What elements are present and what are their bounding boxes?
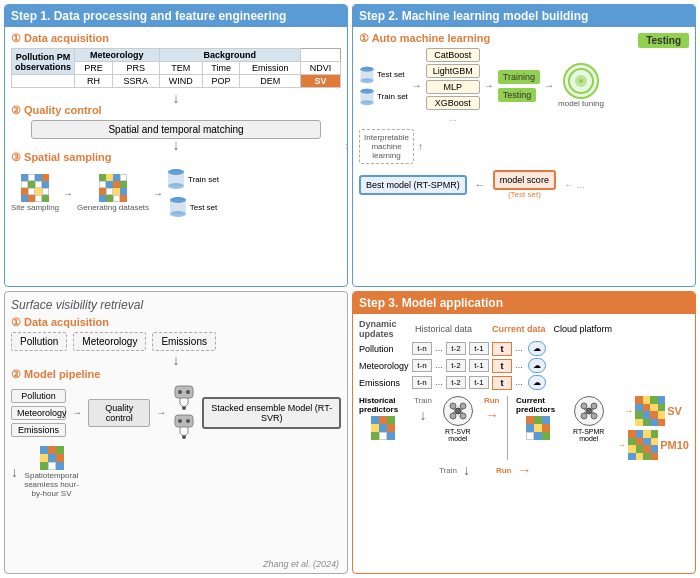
stacked-model-box: Stacked ensemble Model (RT-SVR) <box>202 397 341 429</box>
pipeline-meteorology: Meteorology <box>11 406 66 420</box>
bottom-row: Best model (RT-SPMR) ← model score (Test… <box>359 170 689 199</box>
main-container: Step 1. Data processing and feature engi… <box>0 0 700 578</box>
met-tn: t-n <box>412 359 432 372</box>
arrow-to-datasets: → <box>153 188 163 199</box>
dots-1: … <box>435 344 443 353</box>
svg-point-11 <box>360 66 373 71</box>
ndvi-cell: NDVI <box>301 62 341 75</box>
generating-checkerboard <box>99 174 127 202</box>
arrow-from-interp: ↑ <box>418 141 423 152</box>
dem-cell: DEM <box>240 75 301 88</box>
rtspmr-icon <box>578 400 600 422</box>
tuning-circle <box>563 63 599 99</box>
svg-point-37 <box>450 413 456 419</box>
train-label-1: Train <box>414 396 432 405</box>
model-icons-group <box>172 384 196 441</box>
tuning-icon <box>567 67 595 95</box>
output-row: ↓ Spatiotemporal seamless hour-by-hour S… <box>11 446 341 498</box>
em-t1: t-1 <box>469 376 489 389</box>
meteorology-flow-row: Meteorology t-n … t-2 t-1 t … ☁ <box>359 358 689 373</box>
score-box: model score <box>493 170 556 190</box>
data-acquisition-table: Pollution PM observations Meteorology Ba… <box>11 48 341 88</box>
testing-box: Testing <box>498 88 537 102</box>
pollution-flow-row: Pollution t-n … t-2 t-1 t … ☁ <box>359 341 689 356</box>
svg-point-26 <box>182 406 186 410</box>
cloud-box-3: ☁ <box>528 375 546 390</box>
emissions-flow-row: Emissions t-n … t-2 t-1 t … ☁ <box>359 375 689 390</box>
svg-point-44 <box>581 403 587 409</box>
arrow-to-tuning: → <box>544 80 554 91</box>
dots-3: … <box>435 361 443 370</box>
model-tuning-group: model tuning <box>558 63 604 108</box>
test-set-label: Test set <box>190 203 218 212</box>
algorithm-list: CatBoost LightGBM MLP XGBoost ... <box>426 48 480 123</box>
svg-point-38 <box>460 413 466 419</box>
ml-top-row: Test set Train set → C <box>359 48 689 123</box>
score-group: model score (Test set) <box>493 170 556 199</box>
q3-section2-label: ② Model pipeline <box>11 368 341 381</box>
pipeline-arrow: → <box>72 407 82 418</box>
zhang-credit: Zhang et al. (2024) <box>263 559 339 569</box>
svg-point-29 <box>186 419 190 423</box>
q1-title: Step 1. Data processing and feature engi… <box>5 5 347 27</box>
ml-section: Test set Train set → C <box>359 48 689 199</box>
arrow-to-sv: → <box>624 406 633 416</box>
prs-cell: PRS <box>112 62 159 75</box>
down-arrow-train2: ↓ <box>463 462 470 478</box>
output-arrow: ↓ <box>11 464 18 480</box>
rtsvr-node <box>443 396 473 426</box>
svg-point-20 <box>178 390 182 394</box>
dots-6: … <box>515 378 523 387</box>
testing-badge: Testing <box>638 33 689 48</box>
svg-point-7 <box>170 197 186 203</box>
run-label-2: Run <box>496 466 512 475</box>
dynamic-header: Dynamic updates Historical data Current … <box>359 319 689 339</box>
input-sets: Test set Train set <box>359 66 408 106</box>
pollution-tn: t-n <box>412 342 432 355</box>
sv-cell: SV <box>301 75 341 88</box>
svg-point-3 <box>168 169 184 175</box>
sv-output-label: SV <box>667 405 682 417</box>
time-cell: Time <box>202 62 239 75</box>
training-box: Training <box>498 70 540 84</box>
q3-title: Surface visibility retrieval <box>11 298 341 312</box>
outputs-group: → SV → <box>617 396 689 460</box>
q2-title: Step 2. Machine learning model building <box>353 5 695 27</box>
svg-point-28 <box>178 419 182 423</box>
q3-arrow-down: ↓ <box>11 354 341 366</box>
ensemble-model-icon2 <box>172 413 196 441</box>
catboost-item: CatBoost <box>426 48 480 62</box>
second-train-row: Train ↓ Run → <box>359 462 689 478</box>
seamless-label: Spatiotemporal seamless hour-by-hour SV <box>24 471 79 498</box>
generating-datasets-label: Generating datasets <box>77 203 149 212</box>
pollution-pm-cell: Pollution PM observations <box>12 49 75 75</box>
mlp-item: MLP <box>426 80 480 94</box>
training-testing-group: Training Testing <box>498 70 540 102</box>
svg-point-2 <box>168 183 184 189</box>
dots-4: … <box>515 361 523 370</box>
rtsvr-icon <box>447 400 469 422</box>
train-db-icon <box>167 168 185 190</box>
em-tn: t-n <box>412 376 432 389</box>
pollution-t: t <box>492 342 512 356</box>
em-t: t <box>492 376 512 390</box>
pipeline-layout: Pollution Meteorology Emissions → Qualit… <box>11 384 341 441</box>
met-t: t <box>492 359 512 373</box>
pollution-row-label: Pollution <box>359 344 409 354</box>
svg-point-46 <box>581 413 587 419</box>
ensemble-model-icon1 <box>172 384 196 412</box>
test-set-icon-group: Test set <box>169 196 218 218</box>
pipeline-inputs: Pollution Meteorology Emissions <box>11 389 66 437</box>
generating-datasets-group: Generating datasets <box>77 174 149 212</box>
pollution-t1: t-1 <box>469 342 489 355</box>
best-model-label: Best model (RT-SPMR) <box>366 180 460 190</box>
cloud-label: Cloud platform <box>554 324 613 334</box>
interp-box: Interpretable machine learning <box>359 129 414 164</box>
dots-2: … <box>515 344 523 353</box>
pipeline-emissions: Emissions <box>11 423 66 437</box>
emission-cell: Emission <box>240 62 301 75</box>
train-label-2: Train <box>439 466 457 475</box>
svg-point-6 <box>170 211 186 217</box>
run-label-1: Run <box>484 396 500 405</box>
curr-predictor-group: Current predictors <box>516 396 560 440</box>
